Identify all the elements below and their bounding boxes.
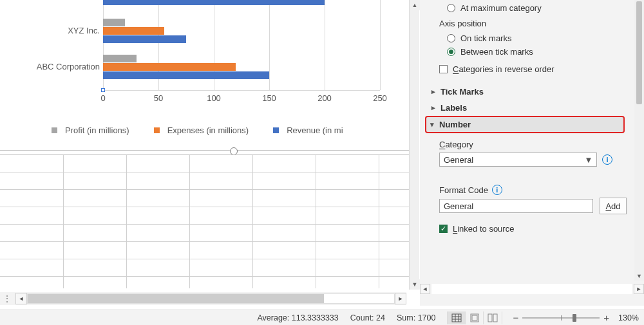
bar-xyz-revenue[interactable] bbox=[103, 35, 186, 43]
zoom-in-button[interactable]: + bbox=[603, 312, 609, 323]
bar-top-revenue[interactable] bbox=[103, 0, 325, 5]
radio-label: At maximum category bbox=[460, 3, 542, 13]
page-break-icon bbox=[488, 313, 498, 322]
axis-selection-handle[interactable] bbox=[101, 88, 105, 92]
axis-position-label: Axis position bbox=[439, 19, 627, 28]
panel-vertical-scrollbar[interactable]: ▼ bbox=[634, 0, 644, 281]
info-icon[interactable]: i bbox=[492, 185, 502, 195]
bar-abc-profit[interactable] bbox=[103, 55, 137, 62]
section-number-highlight: ▾ Number bbox=[425, 116, 625, 133]
view-normal-button[interactable] bbox=[448, 311, 466, 324]
scroll-down-button[interactable]: ▼ bbox=[410, 279, 420, 290]
zoom-percent[interactable]: 130% bbox=[618, 313, 639, 322]
section-labels[interactable]: ▸ Labels bbox=[430, 100, 627, 116]
scroll-down-button[interactable]: ▼ bbox=[634, 272, 644, 281]
zoom-slider[interactable]: − + 130% bbox=[513, 312, 639, 323]
scroll-right-button[interactable]: ► bbox=[634, 284, 644, 294]
check-categories-reverse[interactable]: Categories in reverse order bbox=[439, 62, 627, 76]
legend-swatch-profit bbox=[52, 127, 57, 133]
svg-rect-0 bbox=[452, 314, 461, 322]
status-count: Count: 24 bbox=[350, 313, 385, 322]
svg-rect-8 bbox=[493, 314, 497, 322]
chart-legend[interactable]: Profit (in millions) Expenses (in millio… bbox=[52, 122, 409, 138]
chevron-right-icon: ▸ bbox=[430, 104, 437, 112]
scroll-up-button[interactable]: ▲ bbox=[410, 0, 420, 10]
radio-on-tick-marks[interactable]: On tick marks bbox=[447, 32, 627, 45]
radio-label: Between tick marks bbox=[460, 47, 533, 57]
scrollbar-track[interactable] bbox=[431, 284, 632, 294]
section-label: Labels bbox=[440, 103, 467, 113]
bar-xyz-expenses[interactable] bbox=[103, 27, 164, 35]
checkbox-label: Linked to source bbox=[453, 224, 514, 234]
status-bar: Average: 113.3333333 Count: 24 Sum: 1700… bbox=[0, 310, 644, 325]
info-icon[interactable]: i bbox=[602, 154, 612, 165]
format-axis-panel: At maximum category Axis position On tic… bbox=[420, 0, 644, 306]
sheet-horizontal-scrollbar[interactable]: ⋮ ◄ ► bbox=[0, 292, 406, 305]
chevron-right-icon: ▸ bbox=[430, 88, 437, 96]
legend-label-profit: Profit (in millions) bbox=[65, 125, 129, 135]
zoom-track[interactable] bbox=[522, 317, 600, 319]
legend-swatch-expenses bbox=[154, 127, 160, 133]
category-dropdown[interactable]: General ▼ bbox=[439, 153, 597, 167]
section-label: Number bbox=[439, 120, 471, 129]
chart-area[interactable]: 0 50 100 150 200 250 XYZ Inc. ABC Corpor… bbox=[0, 0, 409, 290]
checkbox-icon: ✓ bbox=[439, 225, 448, 233]
input-value: General bbox=[444, 201, 473, 211]
section-label: Tick Marks bbox=[440, 87, 484, 97]
legend-label-expenses: Expenses (in millions) bbox=[167, 125, 249, 135]
panel-horizontal-scrollbar[interactable]: ◄ ► bbox=[420, 284, 644, 294]
scroll-right-button[interactable]: ► bbox=[395, 293, 406, 304]
spreadsheet-grid[interactable] bbox=[0, 154, 409, 288]
bar-abc-expenses[interactable] bbox=[103, 63, 236, 71]
scrollbar-thumb[interactable] bbox=[636, 1, 642, 104]
status-average: Average: 113.3333333 bbox=[257, 313, 338, 322]
scrollbar-track[interactable] bbox=[27, 293, 395, 304]
x-tick: 50 bbox=[154, 93, 163, 103]
sheet-vertical-scrollbar[interactable]: ▲ ▼ bbox=[409, 0, 419, 290]
bar-abc-revenue[interactable] bbox=[103, 71, 269, 79]
check-linked-to-source[interactable]: ✓ Linked to source bbox=[439, 222, 627, 236]
format-code-label: Format Code bbox=[439, 185, 488, 195]
zoom-handle[interactable] bbox=[573, 314, 576, 322]
radio-label: On tick marks bbox=[460, 33, 511, 43]
radio-icon bbox=[447, 34, 455, 42]
view-page-break-button[interactable] bbox=[484, 311, 502, 324]
category-label-abc: ABC Corporation bbox=[0, 62, 100, 71]
x-tick: 250 bbox=[373, 93, 387, 103]
scroll-left-button[interactable]: ◄ bbox=[420, 284, 430, 294]
bar-xyz-profit[interactable] bbox=[103, 19, 125, 26]
section-tick-marks[interactable]: ▸ Tick Marks bbox=[430, 84, 627, 100]
x-tick: 100 bbox=[207, 93, 221, 103]
format-code-input[interactable]: General bbox=[439, 199, 593, 213]
chart-plot: 0 50 100 150 200 250 bbox=[103, 0, 399, 90]
legend-swatch-revenue bbox=[273, 127, 279, 133]
x-tick: 0 bbox=[100, 93, 105, 103]
zoom-midpoint bbox=[561, 315, 562, 320]
category-label-xyz: XYZ Inc. bbox=[0, 26, 100, 35]
radio-icon bbox=[447, 4, 455, 12]
status-sum: Sum: 1700 bbox=[397, 313, 435, 322]
radio-at-max-category[interactable]: At maximum category bbox=[447, 1, 627, 15]
svg-rect-6 bbox=[472, 315, 477, 320]
chevron-down-icon: ▼ bbox=[583, 155, 594, 165]
svg-rect-7 bbox=[488, 314, 492, 322]
category-label: Category bbox=[439, 140, 627, 149]
scroll-left-button[interactable]: ◄ bbox=[15, 293, 27, 304]
radio-between-tick-marks[interactable]: Between tick marks bbox=[447, 45, 627, 59]
x-tick: 150 bbox=[262, 93, 276, 103]
dropdown-value: General bbox=[444, 155, 473, 165]
chevron-down-icon: ▾ bbox=[429, 120, 435, 129]
radio-icon bbox=[447, 48, 455, 56]
zoom-out-button[interactable]: − bbox=[513, 312, 518, 323]
page-layout-icon bbox=[469, 313, 480, 322]
legend-label-revenue: Revenue (in mi bbox=[287, 125, 343, 135]
checkbox-icon bbox=[439, 65, 448, 73]
view-switcher bbox=[447, 311, 502, 324]
scrollbar-thumb[interactable] bbox=[28, 294, 324, 303]
add-button[interactable]: Add bbox=[600, 198, 627, 214]
grid-icon bbox=[451, 313, 462, 322]
view-page-layout-button[interactable] bbox=[466, 311, 484, 324]
section-number[interactable]: ▾ Number bbox=[429, 119, 620, 130]
x-tick: 200 bbox=[317, 93, 332, 103]
sheet-tab-scroll-icon[interactable]: ⋮ bbox=[0, 293, 15, 304]
